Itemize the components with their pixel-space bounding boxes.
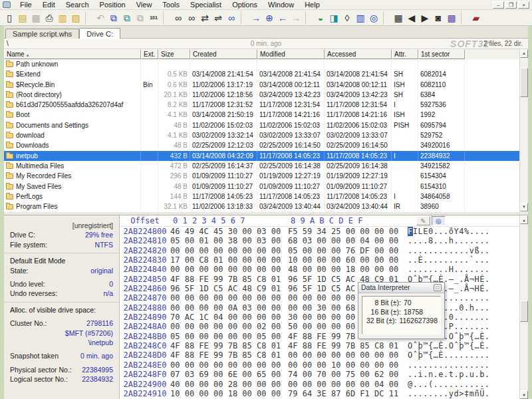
column-header[interactable]: Attr. (392, 49, 418, 59)
app-icon[interactable] (3, 1, 11, 8)
replace-text-icon[interactable]: ⇄ (198, 11, 211, 25)
paste-icon[interactable]: ⧉ (134, 11, 147, 25)
table-row[interactable]: b61d3d72500555aafdda326207d4af 8.2 KB 11… (4, 100, 519, 110)
file-list-scrollbar[interactable]: ▲ ▼ (519, 49, 528, 211)
print-icon[interactable]: ⎙ (43, 11, 56, 25)
column-header[interactable]: Ext. (141, 49, 158, 59)
gallery-icon[interactable]: ▦ (392, 11, 405, 25)
document-tab[interactable]: Drive C: (79, 28, 120, 39)
registry-icon[interactable]: ▩ (445, 11, 458, 25)
hex-row[interactable]: 2AB2248F007 03 69 00 6E 00 65 0074 00 70… (120, 370, 519, 379)
prev-icon[interactable]: ◀ (405, 11, 418, 25)
menu-item[interactable]: Edit (37, 0, 61, 9)
hex-row[interactable]: 2AB2248D04F 88 FE 99 7B 85 C8 0100 00 00… (120, 350, 519, 360)
open-folder-icon[interactable]: ▥ (56, 11, 69, 25)
clone-disk-icon[interactable]: ◨ (327, 11, 340, 25)
next-icon[interactable]: ▶ (418, 11, 432, 25)
script-icon[interactable]: ▨ (69, 11, 82, 25)
column-header[interactable]: Modified (257, 49, 325, 59)
table-row[interactable]: $Extend 0.5 KB 03/14/2008 21:41:54 03/14… (4, 69, 519, 79)
table-row[interactable]: (Root directory) 20.1 KB 11/02/2006 12:1… (4, 90, 519, 100)
find-again-icon[interactable]: ∞ (225, 11, 238, 25)
hex-row[interactable]: 2AB22481005 00 01 00 38 00 03 0068 03 00… (120, 236, 519, 245)
hex-row[interactable]: 2AB2248504F 88 FE 99 7B 85 C8 0196 5F 1D… (120, 275, 519, 284)
close-icon[interactable]: □ (434, 284, 442, 291)
menu-item[interactable]: Options (227, 0, 263, 9)
open-file-icon[interactable]: ▤ (16, 11, 29, 25)
back-icon[interactable]: ← (276, 11, 289, 25)
statistics-icon[interactable]: ▥ (354, 11, 367, 25)
goto-offset-icon[interactable]: → (249, 11, 263, 25)
column-header[interactable]: 1st sector (418, 49, 465, 59)
menu-item[interactable]: Position (94, 0, 131, 9)
table-row[interactable]: Path unknown (4, 59, 519, 69)
replace-hex-icon[interactable]: ⇌ (211, 11, 225, 25)
find-text-icon[interactable]: ∞ (172, 11, 185, 25)
scrollbar-thumb[interactable] (520, 68, 528, 97)
help-book-icon[interactable]: ▰ (469, 11, 483, 25)
menu-item[interactable]: Specialist (185, 0, 227, 9)
table-row[interactable]: Downloads 48 B 02/25/2009 12:12:03 02/25… (4, 140, 519, 150)
hex-row[interactable]: 2AB22491010 00 00 00 18 00 00 0079 64 3E… (120, 389, 519, 398)
hex-body[interactable]: 2AB22480046 49 4C 45 30 00 03 00F5 59 34… (120, 227, 519, 399)
close-button[interactable]: × (518, 1, 529, 9)
hex-row[interactable]: 2AB2248E000 00 00 00 00 00 00 0000 00 00… (120, 360, 519, 370)
hex-row[interactable]: 2AB22482000 00 00 00 00 00 00 0005 00 00… (120, 246, 519, 255)
column-header[interactable]: Accessed (325, 49, 392, 59)
hex-row[interactable]: 2AB2248B005 00 00 00 00 00 05 004F 88 FE… (120, 332, 519, 341)
hex-row[interactable]: 2AB22483017 00 C8 01 00 00 00 0010 00 00… (120, 255, 519, 265)
interpret-disk-icon[interactable]: ◒ (314, 11, 327, 25)
menu-item[interactable]: Window (263, 0, 299, 9)
find-hex-icon[interactable]: ∞ (185, 11, 198, 25)
minimize-button[interactable]: – (493, 1, 504, 9)
table-row[interactable]: $Recycle.Bin Bin 0.6 KB 11/02/2006 13:17… (4, 80, 519, 90)
hex-row[interactable]: 2AB22487000 00 00 00 00 00 00 0000 00 00… (120, 293, 519, 303)
hex-scrollbar[interactable]: ▲ ▼ (519, 215, 528, 399)
wipe-icon[interactable]: ◊ (340, 11, 354, 25)
restore-button[interactable]: ❐ (505, 1, 517, 9)
edit-mode-pencil-icon[interactable]: ✎ (416, 216, 430, 225)
save-icon[interactable]: ▦ (29, 11, 43, 25)
hex-row[interactable]: 2AB22480046 49 4C 45 30 00 03 00F5 59 34… (120, 227, 519, 236)
data-interpreter-titlebar[interactable]: Data Interpreter □ (358, 283, 444, 293)
menu-item[interactable]: Tools (157, 0, 185, 9)
column-header[interactable]: Size (158, 49, 190, 59)
hex-row[interactable]: 2AB22488000 00 00 00 0A 03 00 0000 00 30… (120, 303, 519, 313)
table-row[interactable]: My Saved Files 48 B 01/09/2009 11:10:27 … (4, 182, 519, 192)
camera-icon[interactable]: ◙ (432, 11, 445, 25)
hex-row[interactable]: 2AB22490040 00 00 00 28 00 00 0000 00 00… (120, 380, 519, 389)
menu-item[interactable]: Search (61, 0, 94, 9)
table-row[interactable]: Boot 4.1 KB 03/14/2008 21:50:19 11/17/20… (4, 110, 519, 120)
forward-icon[interactable]: → (289, 11, 303, 25)
scrollbar-thumb[interactable] (520, 301, 528, 322)
view-mode-magnifier-icon[interactable]: ◎ (432, 216, 446, 225)
copy-special-icon[interactable]: ⧉ (120, 11, 134, 25)
table-row[interactable]: Program Files 32.1 KB 11/02/2006 13:18:3… (4, 201, 519, 211)
copy-icon[interactable]: ⧉ (107, 11, 120, 25)
table-row[interactable]: My Recorded Files 296 B 01/09/2009 11:10… (4, 171, 519, 181)
table-row[interactable]: inetpub 432 B 03/14/2008 04:32:09 11/17/… (4, 151, 519, 161)
goto-block-icon[interactable]: ⊕ (263, 11, 276, 25)
hex-row[interactable]: 2AB2248A000 00 00 00 00 00 02 0050 00 00… (120, 322, 519, 331)
scroll-up-icon[interactable]: ▲ (520, 215, 528, 224)
column-header[interactable]: Name ▴ (4, 49, 141, 59)
scroll-down-icon[interactable]: ▼ (520, 390, 528, 399)
scroll-up-icon[interactable]: ▲ (520, 49, 528, 58)
table-row[interactable]: PerfLogs 144 B 11/17/2008 14:05:23 11/17… (4, 192, 519, 201)
table-row[interactable]: Documents and Settings 48 B 11/02/2006 1… (4, 120, 519, 130)
magnifier-icon[interactable]: ◎ (367, 11, 380, 25)
document-tab[interactable]: Sample script.whs (5, 29, 79, 39)
hex-row[interactable]: 2AB22486096 5F 1D C5 AC 48 C9 0196 5F 1D… (120, 284, 519, 293)
hex-row[interactable]: 2AB22489070 AC 1C 04 00 00 00 0030 00 00… (120, 313, 519, 322)
table-row[interactable]: Multimedia Files 472 B 02/25/2009 16:14:… (4, 161, 519, 171)
hex-row[interactable]: 2AB22484000 00 00 00 00 00 00 0048 00 00… (120, 265, 519, 274)
menu-item[interactable]: View (131, 0, 158, 9)
new-file-icon[interactable]: ▯ (3, 11, 16, 25)
table-row[interactable]: download 4.1 KB 03/02/2009 13:32:14 03/0… (4, 130, 519, 140)
hex-row[interactable]: 2AB2248C04F 88 FE 99 7B 85 C8 014F 88 FE… (120, 341, 519, 350)
copy-bits-icon[interactable]: 101 (147, 11, 160, 25)
menu-item[interactable]: Help (299, 0, 325, 9)
undo-icon[interactable]: ↶ (94, 11, 107, 25)
menu-item[interactable]: File (15, 0, 37, 9)
scroll-down-icon[interactable]: ▼ (520, 203, 528, 211)
